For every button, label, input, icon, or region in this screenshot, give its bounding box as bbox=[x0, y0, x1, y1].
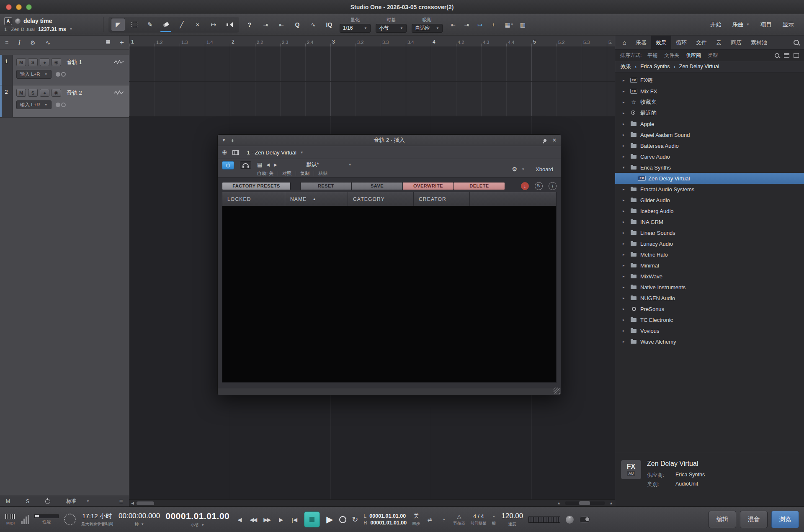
expand-arrow-icon[interactable] bbox=[623, 231, 627, 235]
expand-arrow-icon[interactable] bbox=[623, 133, 627, 137]
paint-tool-button[interactable]: ╱ bbox=[175, 18, 189, 31]
home-icon[interactable]: ⌂ bbox=[618, 36, 631, 49]
tree-item[interactable]: Lunacy Audio bbox=[615, 238, 804, 249]
help-button[interactable]: ? bbox=[244, 18, 255, 31]
bend-tool-button[interactable]: ↦ bbox=[206, 18, 221, 31]
output-toggle[interactable] bbox=[579, 517, 590, 523]
editor-layout-button[interactable]: ▥ bbox=[517, 19, 528, 30]
window-menu-icon[interactable]: ▼ bbox=[222, 138, 226, 142]
chevron-down-icon[interactable]: ▼ bbox=[141, 522, 144, 526]
expand-arrow-icon[interactable] bbox=[623, 285, 627, 289]
prev-bar-button[interactable]: ◀ bbox=[235, 517, 243, 523]
snap-to-events-icon[interactable]: ⇥ bbox=[461, 19, 472, 30]
inspector-icon[interactable]: i bbox=[18, 39, 20, 46]
column-category[interactable]: CATEGORY bbox=[348, 192, 414, 206]
column-locked[interactable]: LOCKED bbox=[222, 192, 285, 206]
mute-button[interactable]: M bbox=[16, 89, 26, 97]
expand-arrow-icon[interactable] bbox=[623, 242, 627, 246]
track-height-select[interactable]: 标准▼ bbox=[66, 498, 90, 505]
expand-arrow-icon[interactable] bbox=[623, 111, 627, 115]
expand-arrow-icon[interactable] bbox=[623, 78, 627, 82]
sort-option[interactable]: 平铺 bbox=[647, 52, 657, 59]
tree-item[interactable]: Aqeel Aadam Sound bbox=[615, 129, 804, 140]
timeline-ruler[interactable]: 1 1.2 1.3 1.4 2 bbox=[129, 36, 615, 47]
snap-cursor-icon[interactable]: ↦ bbox=[474, 19, 485, 30]
expand-arrow-icon[interactable] bbox=[623, 296, 627, 300]
track-number[interactable]: 2 bbox=[0, 85, 13, 117]
globe-icon[interactable]: ⊕ bbox=[222, 149, 227, 156]
macro-knob-icon[interactable] bbox=[15, 18, 21, 24]
overwrite-button[interactable]: OVERWRITE bbox=[402, 182, 454, 190]
plugin-window-titlebar[interactable]: ▼ + 音轨 2 · 插入 ✕ bbox=[218, 135, 561, 146]
autoscroll-icon[interactable]: ⇥ bbox=[260, 19, 271, 30]
input-select[interactable]: 输入 L+R▼ bbox=[16, 100, 52, 109]
expand-arrow-icon[interactable] bbox=[623, 274, 627, 278]
sort-option[interactable]: 文件夹 bbox=[664, 52, 679, 59]
tree-item[interactable]: Mix FX bbox=[615, 86, 804, 97]
tree-item[interactable]: PreSonus bbox=[615, 303, 804, 314]
browser-tab[interactable]: 商店 bbox=[726, 36, 746, 49]
solo-button[interactable]: S bbox=[28, 89, 38, 97]
tree-item[interactable]: Battersea Audio bbox=[615, 140, 804, 151]
return-to-zero-button[interactable]: |◀ bbox=[290, 517, 299, 523]
automation-icon[interactable]: ∿ bbox=[46, 39, 51, 46]
refresh-icon[interactable]: ↻ bbox=[535, 182, 543, 190]
browser-tab[interactable]: 循环 bbox=[671, 36, 691, 49]
tree-item[interactable]: Wave Alchemy bbox=[615, 336, 804, 347]
start-page-button[interactable]: 开始 bbox=[710, 21, 722, 28]
column-name[interactable]: NAME▲ bbox=[285, 192, 348, 206]
tree-item[interactable]: Gilder Audio bbox=[615, 195, 804, 206]
expand-arrow-icon[interactable] bbox=[623, 89, 627, 93]
breadcrumb-root[interactable]: 效果 bbox=[621, 63, 631, 70]
loop-range-display[interactable]: L00001.01.01.00 R00001.01.01.00 bbox=[363, 513, 407, 526]
chase-icon[interactable]: ⇄ bbox=[425, 517, 434, 523]
automation-mode[interactable]: 自动: 关 bbox=[257, 170, 273, 177]
browse-page-button[interactable]: 浏览 bbox=[771, 511, 799, 528]
track-name[interactable]: 音轨 1 bbox=[67, 59, 82, 66]
mix-page-button[interactable]: 混音 bbox=[740, 511, 768, 528]
pencil-tool-button[interactable]: ✎ bbox=[143, 18, 157, 31]
preset-name[interactable]: 默认* bbox=[281, 161, 344, 168]
timebase-select[interactable]: 小节▼ bbox=[376, 24, 407, 33]
compare-button[interactable]: 对照 bbox=[282, 170, 291, 177]
track-name[interactable]: 音轨 2 bbox=[67, 89, 82, 97]
info-icon[interactable]: i bbox=[549, 182, 557, 190]
menu-icon[interactable]: ≡ bbox=[5, 39, 8, 46]
expand-arrow-icon[interactable] bbox=[623, 263, 627, 267]
expand-arrow-icon[interactable] bbox=[623, 187, 627, 191]
metronome-control[interactable]: △ 节拍器 bbox=[453, 513, 465, 526]
mute-tool-button[interactable]: × bbox=[191, 18, 205, 31]
scroll-left-icon[interactable]: ◀ bbox=[131, 501, 134, 505]
listen-button[interactable] bbox=[240, 161, 251, 169]
quantize-select[interactable]: 1/16▼ bbox=[340, 24, 371, 33]
tree-item[interactable]: INA GRM bbox=[615, 216, 804, 227]
solo-button[interactable]: S bbox=[28, 58, 38, 66]
precount-icon[interactable]: ◔ bbox=[439, 517, 448, 523]
sort-option[interactable]: 类型 bbox=[708, 52, 718, 59]
zoom-out-icon[interactable]: ▲ bbox=[557, 501, 561, 505]
scrollbar-thumb[interactable] bbox=[137, 501, 154, 505]
list-view-icon[interactable] bbox=[794, 53, 799, 58]
minimize-window-button[interactable] bbox=[16, 4, 22, 10]
chevron-down-icon[interactable]: ▼ bbox=[348, 163, 352, 167]
list-icon[interactable]: ≣ bbox=[119, 499, 123, 504]
play-button[interactable]: ▶ bbox=[325, 514, 334, 524]
tree-item[interactable]: Iceberg Audio bbox=[615, 206, 804, 216]
breadcrumb-vendor[interactable]: Erica Synths bbox=[640, 64, 670, 69]
track-number[interactable]: 1 bbox=[0, 55, 13, 85]
plugin-power-button[interactable] bbox=[222, 161, 234, 170]
listen-tool-button[interactable] bbox=[222, 18, 237, 31]
tree-item[interactable]: Erica Synths bbox=[615, 162, 804, 173]
filter-icon[interactable] bbox=[775, 53, 779, 57]
time-signature-control[interactable]: 4 / 4 时间修整 bbox=[471, 513, 487, 526]
plugin-selector[interactable]: 1 - Zen Delay Virtual ▼ bbox=[247, 149, 304, 156]
tree-item[interactable]: TC Electronic bbox=[615, 314, 804, 325]
tempo-control[interactable]: 120.00 速度 bbox=[501, 512, 523, 527]
pan-control[interactable] bbox=[56, 103, 66, 107]
browser-tab[interactable]: 云 bbox=[711, 36, 726, 49]
arrow-tool-button[interactable]: ◤ bbox=[111, 18, 125, 31]
expand-arrow-icon[interactable] bbox=[623, 318, 627, 322]
macro-value[interactable]: 1237.31 ms bbox=[38, 26, 66, 32]
range-tool-button[interactable] bbox=[127, 18, 141, 31]
track-list-icon[interactable]: ≣ bbox=[106, 39, 111, 47]
